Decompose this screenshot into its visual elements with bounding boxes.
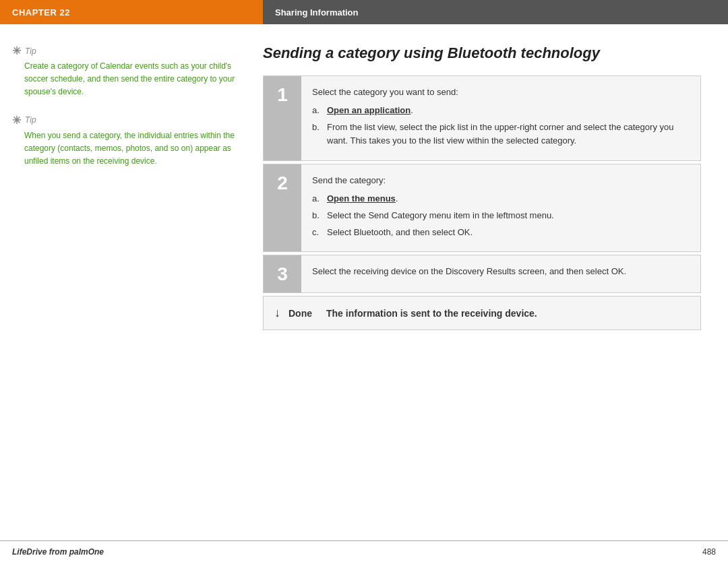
step-3-number: 3 (277, 265, 288, 284)
step-3-content: Select the receiving device on the Disco… (301, 255, 700, 292)
step-2-sub-a: a. Open the menus. (312, 192, 690, 206)
step-3-number-col: 3 (264, 255, 301, 292)
step-2-sub-b-text: Select the Send Category menu item in th… (327, 209, 554, 223)
step-1-sub-a-label: a. (312, 104, 323, 118)
footer: LifeDrive from palmOne 488 (0, 540, 728, 562)
step-1-sub-b: b. From the list view, select the pick l… (312, 121, 690, 149)
step-2-sub-c-text: Select Bluetooth, and then select OK. (327, 226, 473, 240)
chapter-label: CHAPTER 22 (12, 7, 70, 18)
tip-1: ✳ Tip Create a category of Calendar even… (12, 44, 249, 99)
tip-2-label: Tip (25, 115, 36, 125)
tip-2: ✳ Tip When you send a category, the indi… (12, 114, 249, 168)
done-block: ↓ Done The information is sent to the re… (263, 296, 701, 330)
step-1-content: Select the category you want to send: a.… (301, 76, 700, 160)
header: CHAPTER 22 Sharing Information (0, 0, 728, 24)
tip-2-header: ✳ Tip (12, 114, 249, 127)
step-2-sub-a-text: Open the menus. (327, 192, 398, 206)
step-2-content: Send the category: a. Open the menus. b.… (301, 164, 700, 251)
done-icon: ↓ (274, 306, 280, 320)
step-3-block: 3 Select the receiving device on the Dis… (263, 255, 701, 293)
tip-2-text: When you send a category, the individual… (12, 129, 249, 168)
step-1-sub-b-label: b. (312, 121, 323, 149)
step-2-number-col: 2 (264, 164, 301, 251)
step-3-intro: Select the receiving device on the Disco… (312, 265, 690, 279)
step-2-sub-b: b. Select the Send Category menu item in… (312, 209, 690, 223)
open-menus-link: Open the menus (327, 193, 396, 204)
done-label: Done (289, 308, 318, 319)
step-2-sub-a-label: a. (312, 192, 323, 206)
header-chapter: CHAPTER 22 (0, 0, 263, 24)
page-title: Sending a category using Bluetooth techn… (263, 44, 701, 62)
step-1-sub-b-text: From the list view, select the pick list… (327, 121, 690, 149)
done-text: The information is sent to the receiving… (326, 308, 537, 319)
section-label: Sharing Information (275, 7, 359, 18)
step-2-sub-b-label: b. (312, 209, 323, 223)
step-1-number-col: 1 (264, 76, 301, 160)
step-2-number: 2 (277, 174, 288, 193)
step-1-intro: Select the category you want to send: (312, 86, 690, 100)
step-1-sub-a: a. Open an application. (312, 104, 690, 118)
tip-1-label: Tip (25, 46, 36, 56)
footer-left: LifeDrive from palmOne (12, 547, 104, 557)
step-2-block: 2 Send the category: a. Open the menus. … (263, 164, 701, 252)
open-application-link: Open an application (327, 105, 411, 115)
step-1-sub-a-text: Open an application. (327, 104, 413, 118)
page-content: Sending a category using Bluetooth techn… (263, 44, 728, 527)
step-1-number: 1 (277, 86, 288, 104)
step-2-sub-c: c. Select Bluetooth, and then select OK. (312, 226, 690, 240)
step-2-intro: Send the category: (312, 174, 690, 188)
main-content: ✳ Tip Create a category of Calendar even… (0, 24, 728, 540)
tip-2-star-icon: ✳ (12, 114, 21, 127)
tip-1-text: Create a category of Calendar events suc… (12, 60, 249, 99)
tip-1-star-icon: ✳ (12, 44, 21, 57)
step-2-sub-c-label: c. (312, 226, 323, 240)
header-section: Sharing Information (263, 0, 728, 24)
sidebar: ✳ Tip Create a category of Calendar even… (0, 44, 263, 527)
footer-right: 488 (702, 547, 716, 557)
step-1-block: 1 Select the category you want to send: … (263, 75, 701, 161)
tip-1-header: ✳ Tip (12, 44, 249, 57)
